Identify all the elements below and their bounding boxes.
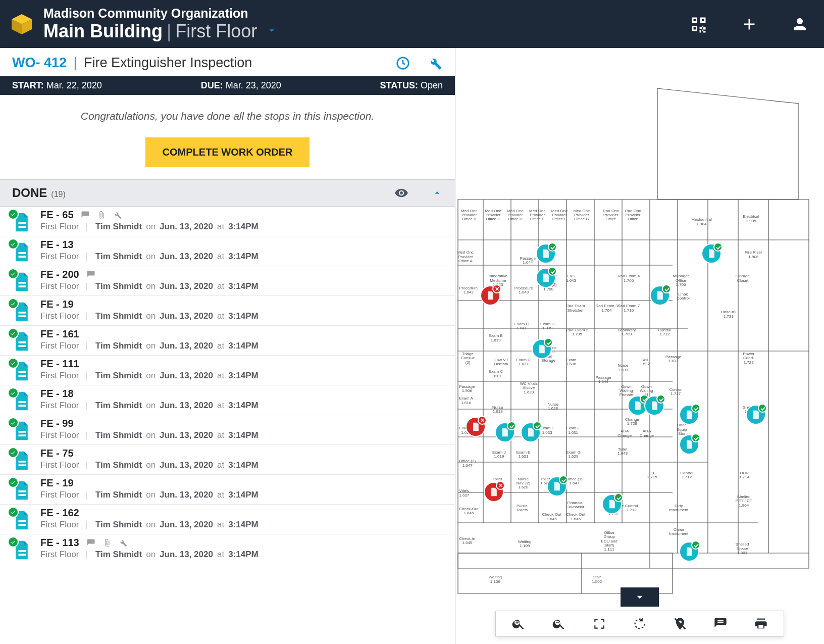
list-item[interactable]: FE - 161 First Floor | Tim Shmidt on Jun… (0, 326, 455, 356)
room-label: Exam A1.616 (459, 397, 473, 405)
stop-user: Tim Shmidt (95, 252, 142, 262)
user-icon[interactable] (790, 14, 810, 34)
room-label: Passage1.644 (595, 376, 611, 384)
map-marker-ok[interactable] (548, 477, 566, 496)
room-label: Electrical1.905 (743, 215, 759, 223)
room-label: Check-Out1.645 (542, 513, 561, 521)
comment-icon[interactable] (81, 211, 90, 220)
list-item[interactable]: FE - 18 First Floor | Tim Shmidt on Jun.… (0, 385, 455, 415)
stop-line-1: FE - 161 (40, 328, 443, 340)
complete-work-order-button[interactable]: COMPLETE WORK ORDER (145, 137, 310, 167)
comment-icon[interactable] (86, 538, 95, 548)
list-item[interactable]: FE - 99 First Floor | Tim Shmidt on Jun.… (0, 415, 455, 445)
print-icon[interactable] (753, 616, 768, 631)
stop-date: Jun. 13, 2020 (160, 550, 213, 560)
stop-user: Tim Shmidt (95, 430, 142, 440)
room-label: HDR1.714 (739, 471, 749, 480)
map-panel[interactable]: Med OncProviderOffice AMed OncProviderOf… (455, 48, 824, 644)
stop-status-icon (10, 450, 32, 472)
comment-icon[interactable] (86, 270, 95, 279)
zoom-out-icon[interactable] (551, 616, 566, 631)
stop-line-2: First Floor | Tim Shmidt on Jun. 13, 202… (40, 460, 443, 470)
stop-user: Tim Shmidt (95, 460, 142, 470)
due-value: Mar. 23, 2020 (226, 80, 281, 90)
work-order-number[interactable]: WO- 412 (12, 55, 67, 70)
svg-rect-10 (19, 312, 26, 314)
stop-time: 3:14PM (228, 460, 259, 470)
list-item[interactable]: FE - 113 First Floor | Tim Shmidt on Jun… (0, 534, 455, 564)
check-badge-icon (559, 475, 568, 484)
room-label: Vitals1.627 (459, 489, 469, 498)
clock-icon[interactable] (395, 56, 410, 71)
room-label: Exam E1.621 (516, 451, 530, 459)
fullscreen-icon[interactable] (592, 616, 607, 631)
map-marker-ok[interactable] (603, 495, 621, 513)
map-marker-fail[interactable] (467, 418, 485, 436)
document-icon (10, 405, 32, 414)
stop-line-1: FE - 162 (40, 507, 443, 519)
stop-name: FE - 111 (40, 358, 79, 370)
map-marker-ok[interactable] (645, 397, 663, 415)
done-title: DONE (12, 186, 47, 200)
svg-rect-18 (19, 431, 26, 433)
svg-rect-8 (19, 282, 26, 284)
comment-icon[interactable] (713, 616, 728, 631)
map-expand-tab[interactable] (621, 587, 659, 607)
room-label: Control1.712 (625, 504, 638, 513)
collapse-icon[interactable] (432, 187, 443, 199)
map-marker-ok[interactable] (651, 286, 669, 305)
stop-name: FE - 19 (40, 477, 74, 489)
add-icon[interactable] (739, 14, 759, 34)
work-order-title: WO- 412 | Fire Extinguisher Inspection (12, 55, 252, 71)
work-order-name: Fire Extinguisher Inspection (84, 55, 252, 70)
document-icon (10, 286, 32, 294)
status-value: Open (421, 80, 443, 90)
building-selector[interactable]: Main Building | First Floor (43, 21, 277, 42)
list-item[interactable]: FE - 19 First Floor | Tim Shmidt on Jun.… (0, 475, 455, 505)
qr-code-icon[interactable] (689, 14, 709, 34)
wrench-icon[interactable] (428, 56, 443, 71)
map-marker-ok[interactable] (537, 269, 555, 287)
map-marker-ok[interactable] (537, 244, 555, 263)
room-label: Passage1.632 (665, 355, 681, 364)
work-order-header: WO- 412 | Fire Extinguisher Inspection (0, 48, 455, 76)
list-item[interactable]: FE - 13 First Floor | Tim Shmidt on Jun.… (0, 236, 455, 266)
svg-rect-17 (19, 405, 26, 407)
map-marker-ok[interactable] (747, 406, 765, 424)
room-label: Waiting1.109 (518, 540, 531, 549)
done-section-header[interactable]: DONE (19) (0, 179, 455, 207)
list-item[interactable]: FE - 162 First Floor | Tim Shmidt on Jun… (0, 505, 455, 534)
list-item[interactable]: FE - 75 First Floor | Tim Shmidt on Jun.… (0, 445, 455, 475)
eye-icon[interactable] (394, 186, 408, 200)
map-marker-fail[interactable] (481, 286, 499, 305)
room-label: ShelledPET / CT1.804 (736, 495, 752, 508)
check-badge-icon (548, 267, 557, 276)
zoom-in-icon[interactable] (511, 616, 526, 631)
room-label: Med OncProviderOffice C (485, 209, 501, 222)
chevron-down-icon[interactable] (266, 25, 277, 38)
top-header: Madison Community Organization Main Buil… (0, 0, 824, 48)
room-label: Rad Exam 41.705 (617, 274, 640, 283)
stop-line-2: First Floor | Tim Shmidt on Jun. 13, 202… (40, 222, 443, 232)
header-right (689, 14, 810, 34)
wrench-icon[interactable] (113, 211, 122, 220)
room-label: Exam C1.819 (489, 370, 503, 378)
list-item[interactable]: FE - 111 First Floor | Tim Shmidt on Jun… (0, 356, 455, 385)
stop-date: Jun. 13, 2020 (160, 281, 213, 291)
room-label: Exam D1.839 (540, 322, 554, 331)
list-item[interactable]: FE - 19 First Floor | Tim Shmidt on Jun.… (0, 296, 455, 326)
wrench-icon[interactable] (119, 538, 128, 548)
location-off-icon[interactable] (673, 616, 688, 631)
room-label: DirtyInstrument (669, 504, 688, 513)
list-item[interactable]: FE - 65 First Floor | Tim Shmidt on Jun.… (0, 207, 455, 236)
rotate-icon[interactable] (632, 616, 647, 631)
attachment-icon[interactable] (102, 538, 112, 548)
list-item[interactable]: FE - 200 First Floor | Tim Shmidt on Jun… (0, 266, 455, 296)
room-label: FinancialCounselor (566, 501, 584, 510)
main: WO- 412 | Fire Extinguisher Inspection S… (0, 48, 824, 644)
stop-text: FE - 161 First Floor | Tim Shmidt on Jun… (40, 328, 443, 351)
attachment-icon[interactable] (97, 211, 106, 220)
room-label: Exam G1.629 (566, 451, 581, 459)
stop-date: Jun. 13, 2020 (160, 430, 213, 440)
stop-time: 3:14PM (228, 222, 259, 232)
